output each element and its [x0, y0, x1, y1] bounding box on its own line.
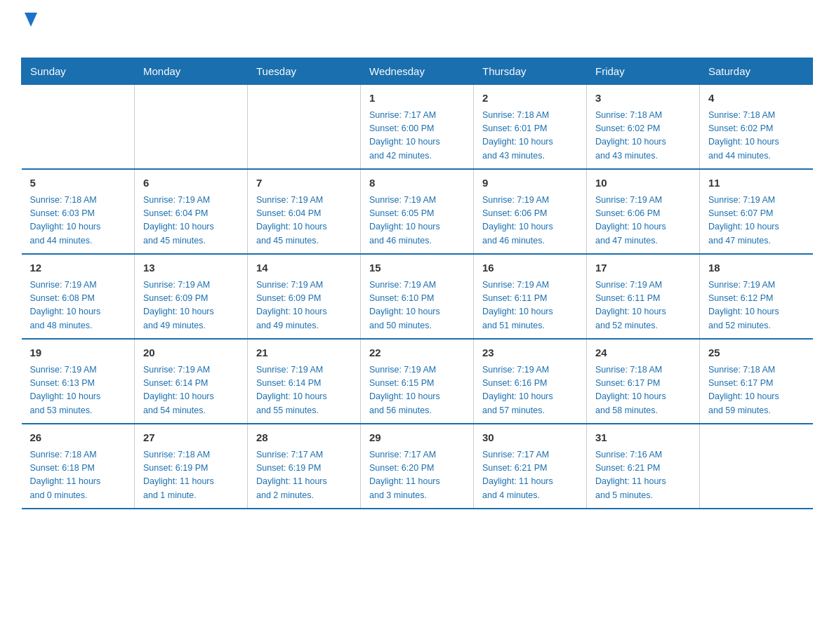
calendar-cell: 19Sunrise: 7:19 AMSunset: 6:13 PMDayligh…: [22, 339, 135, 424]
day-number: 4: [708, 90, 805, 107]
day-number: 26: [30, 430, 126, 446]
day-info: Sunrise: 7:18 AMSunset: 6:18 PMDaylight:…: [30, 448, 126, 503]
header-saturday: Saturday: [700, 58, 813, 85]
svg-marker-0: [25, 13, 37, 27]
day-info: Sunrise: 7:18 AMSunset: 6:03 PMDaylight:…: [30, 194, 126, 248]
calendar-cell: 23Sunrise: 7:19 AMSunset: 6:16 PMDayligh…: [474, 339, 587, 424]
calendar-week-row: 5Sunrise: 7:18 AMSunset: 6:03 PMDaylight…: [22, 169, 813, 254]
calendar-cell: 15Sunrise: 7:19 AMSunset: 6:10 PMDayligh…: [361, 254, 474, 339]
calendar-week-row: 26Sunrise: 7:18 AMSunset: 6:18 PMDayligh…: [22, 424, 813, 509]
calendar-cell: 12Sunrise: 7:19 AMSunset: 6:08 PMDayligh…: [22, 254, 135, 339]
calendar-cell: 13Sunrise: 7:19 AMSunset: 6:09 PMDayligh…: [135, 254, 248, 339]
day-number: 8: [369, 175, 465, 192]
day-number: 31: [595, 430, 691, 446]
calendar-cell: 5Sunrise: 7:18 AMSunset: 6:03 PMDaylight…: [22, 169, 135, 254]
calendar-cell: [135, 85, 248, 170]
logo: [21, 14, 37, 51]
calendar-cell: 25Sunrise: 7:18 AMSunset: 6:17 PMDayligh…: [700, 339, 813, 424]
day-info: Sunrise: 7:19 AMSunset: 6:11 PMDaylight:…: [595, 279, 691, 333]
calendar-cell: 8Sunrise: 7:19 AMSunset: 6:05 PMDaylight…: [361, 169, 474, 254]
calendar-cell: 1Sunrise: 7:17 AMSunset: 6:00 PMDaylight…: [361, 85, 474, 170]
day-info: Sunrise: 7:18 AMSunset: 6:17 PMDaylight:…: [595, 363, 691, 418]
day-number: 7: [256, 175, 352, 192]
day-info: Sunrise: 7:17 AMSunset: 6:19 PMDaylight:…: [256, 448, 352, 503]
header-tuesday: Tuesday: [248, 58, 361, 85]
day-info: Sunrise: 7:17 AMSunset: 6:20 PMDaylight:…: [369, 448, 465, 503]
calendar-cell: 31Sunrise: 7:16 AMSunset: 6:21 PMDayligh…: [587, 424, 700, 509]
day-info: Sunrise: 7:19 AMSunset: 6:04 PMDaylight:…: [256, 194, 352, 248]
calendar-cell: [700, 424, 813, 509]
calendar-cell: 22Sunrise: 7:19 AMSunset: 6:15 PMDayligh…: [361, 339, 474, 424]
day-info: Sunrise: 7:19 AMSunset: 6:06 PMDaylight:…: [595, 194, 691, 248]
day-info: Sunrise: 7:18 AMSunset: 6:02 PMDaylight:…: [708, 109, 805, 163]
day-number: 16: [482, 260, 578, 276]
day-number: 29: [369, 430, 465, 446]
day-info: Sunrise: 7:18 AMSunset: 6:01 PMDaylight:…: [482, 109, 578, 163]
calendar-cell: 26Sunrise: 7:18 AMSunset: 6:18 PMDayligh…: [22, 424, 135, 509]
day-info: Sunrise: 7:19 AMSunset: 6:05 PMDaylight:…: [369, 194, 465, 248]
calendar-cell: 6Sunrise: 7:19 AMSunset: 6:04 PMDaylight…: [135, 169, 248, 254]
day-info: Sunrise: 7:19 AMSunset: 6:06 PMDaylight:…: [482, 194, 578, 248]
day-number: 2: [482, 90, 578, 107]
day-number: 19: [30, 345, 126, 361]
calendar-week-row: 1Sunrise: 7:17 AMSunset: 6:00 PMDaylight…: [22, 85, 813, 170]
day-info: Sunrise: 7:18 AMSunset: 6:17 PMDaylight:…: [708, 363, 805, 418]
header-friday: Friday: [587, 58, 700, 85]
day-number: 12: [30, 260, 126, 276]
day-number: 30: [482, 430, 578, 446]
calendar-cell: 24Sunrise: 7:18 AMSunset: 6:17 PMDayligh…: [587, 339, 700, 424]
day-info: Sunrise: 7:19 AMSunset: 6:09 PMDaylight:…: [143, 279, 239, 333]
calendar-cell: 4Sunrise: 7:18 AMSunset: 6:02 PMDaylight…: [700, 85, 813, 170]
calendar-cell: 28Sunrise: 7:17 AMSunset: 6:19 PMDayligh…: [248, 424, 361, 509]
calendar-cell: 20Sunrise: 7:19 AMSunset: 6:14 PMDayligh…: [135, 339, 248, 424]
day-number: 17: [595, 260, 691, 276]
day-info: Sunrise: 7:19 AMSunset: 6:12 PMDaylight:…: [708, 279, 805, 333]
day-number: 13: [143, 260, 239, 276]
calendar-week-row: 19Sunrise: 7:19 AMSunset: 6:13 PMDayligh…: [22, 339, 813, 424]
day-info: Sunrise: 7:19 AMSunset: 6:10 PMDaylight:…: [369, 279, 465, 333]
calendar-cell: 3Sunrise: 7:18 AMSunset: 6:02 PMDaylight…: [587, 85, 700, 170]
calendar-cell: 21Sunrise: 7:19 AMSunset: 6:14 PMDayligh…: [248, 339, 361, 424]
calendar-header-row: Sunday Monday Tuesday Wednesday Thursday…: [22, 58, 813, 85]
header-thursday: Thursday: [474, 58, 587, 85]
day-number: 15: [369, 260, 465, 276]
day-number: 21: [256, 345, 352, 361]
calendar-cell: 16Sunrise: 7:19 AMSunset: 6:11 PMDayligh…: [474, 254, 587, 339]
calendar-cell: 30Sunrise: 7:17 AMSunset: 6:21 PMDayligh…: [474, 424, 587, 509]
day-number: 28: [256, 430, 352, 446]
day-number: 20: [143, 345, 239, 361]
calendar-table: Sunday Monday Tuesday Wednesday Thursday…: [21, 58, 813, 509]
day-number: 27: [143, 430, 239, 446]
calendar-cell: 11Sunrise: 7:19 AMSunset: 6:07 PMDayligh…: [700, 169, 813, 254]
day-info: Sunrise: 7:19 AMSunset: 6:15 PMDaylight:…: [369, 363, 465, 418]
day-number: 10: [595, 175, 691, 192]
day-number: 3: [595, 90, 691, 107]
day-number: 23: [482, 345, 578, 361]
calendar-cell: 27Sunrise: 7:18 AMSunset: 6:19 PMDayligh…: [135, 424, 248, 509]
day-number: 6: [143, 175, 239, 192]
header-wednesday: Wednesday: [361, 58, 474, 85]
day-info: Sunrise: 7:16 AMSunset: 6:21 PMDaylight:…: [595, 448, 691, 503]
logo-arrow-icon: [22, 14, 37, 27]
day-number: 14: [256, 260, 352, 276]
day-info: Sunrise: 7:19 AMSunset: 6:16 PMDaylight:…: [482, 363, 578, 418]
calendar-cell: 10Sunrise: 7:19 AMSunset: 6:06 PMDayligh…: [587, 169, 700, 254]
day-info: Sunrise: 7:19 AMSunset: 6:08 PMDaylight:…: [30, 279, 126, 333]
day-number: 5: [30, 175, 126, 192]
day-info: Sunrise: 7:17 AMSunset: 6:21 PMDaylight:…: [482, 448, 578, 503]
day-number: 1: [369, 90, 465, 107]
day-number: 24: [595, 345, 691, 361]
day-number: 11: [708, 175, 805, 192]
day-info: Sunrise: 7:19 AMSunset: 6:04 PMDaylight:…: [143, 194, 239, 248]
day-info: Sunrise: 7:18 AMSunset: 6:19 PMDaylight:…: [143, 448, 239, 503]
calendar-week-row: 12Sunrise: 7:19 AMSunset: 6:08 PMDayligh…: [22, 254, 813, 339]
day-info: Sunrise: 7:19 AMSunset: 6:14 PMDaylight:…: [143, 363, 239, 418]
day-info: Sunrise: 7:19 AMSunset: 6:11 PMDaylight:…: [482, 279, 578, 333]
day-info: Sunrise: 7:18 AMSunset: 6:02 PMDaylight:…: [595, 109, 691, 163]
header-monday: Monday: [135, 58, 248, 85]
calendar-cell: 9Sunrise: 7:19 AMSunset: 6:06 PMDaylight…: [474, 169, 587, 254]
day-info: Sunrise: 7:19 AMSunset: 6:13 PMDaylight:…: [30, 363, 126, 418]
calendar-cell: 7Sunrise: 7:19 AMSunset: 6:04 PMDaylight…: [248, 169, 361, 254]
day-info: Sunrise: 7:19 AMSunset: 6:07 PMDaylight:…: [708, 194, 805, 248]
calendar-cell: 17Sunrise: 7:19 AMSunset: 6:11 PMDayligh…: [587, 254, 700, 339]
